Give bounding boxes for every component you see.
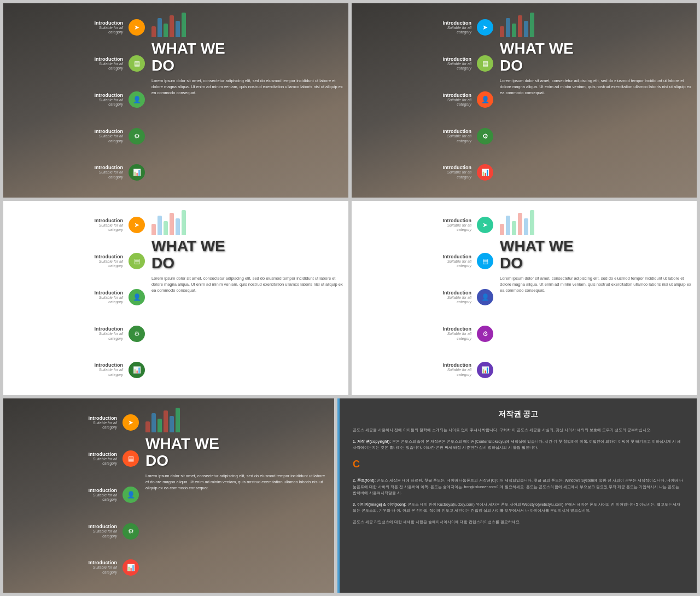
gear-icon: ⚙ <box>134 132 140 140</box>
list-subtitle-3: Suitable for allcategory <box>11 98 123 107</box>
bar <box>151 224 156 235</box>
list-subtitle-1: Suitable for allcategory <box>11 26 123 35</box>
list-subtitle-s4-4: Suitable for allcategory <box>359 332 471 341</box>
list-item-s2-1: Introduction Suitable for allcategory ➤ <box>359 19 493 36</box>
slide-4-body: Lorem ipsum dolor sit amet, consectetur … <box>500 275 691 294</box>
bar <box>518 15 522 37</box>
bar <box>500 224 504 235</box>
people-icon-3: 👤 <box>133 293 141 301</box>
list-subtitle-s3-4: Suitable for allcategory <box>11 332 123 341</box>
bar <box>176 21 180 37</box>
list-text-s3-3: Introduction Suitable for allcategory <box>11 290 125 305</box>
list-subtitle-s4-1: Suitable for allcategory <box>359 223 471 233</box>
chart-3 <box>151 207 343 235</box>
slide-4-content: Introduction Suitable for allcategory ➤ … <box>352 201 697 395</box>
list-text-s5-2: Introduction Suitable for allcategory <box>11 452 119 466</box>
slide-1-right: WHAT WEDO Lorem ipsum dolor sit amet, co… <box>148 3 348 198</box>
list-subtitle-s3-2: Suitable for allcategory <box>11 259 123 269</box>
bar <box>164 410 168 432</box>
circle-s4-2: ▤ <box>477 253 493 269</box>
bar <box>524 21 528 37</box>
bar <box>170 213 174 235</box>
copyright-footer: 곤도스 세공 라인선스에 대한 세세한 사항은 슬에이서이사이에 대한 컨텐스라… <box>353 519 684 525</box>
list-item-s2-4: Introduction Suitable for allcategory ⚙ <box>359 128 493 144</box>
gear-icon-5: ⚙ <box>128 528 134 535</box>
list-item-s2-2: Introduction Suitable for allcategory ▤ <box>359 55 493 72</box>
chart-2 <box>500 10 691 37</box>
gear-icon-4: ⚙ <box>482 330 488 338</box>
list-item-s4-4: Introduction Suitable for allcategory ⚙ <box>359 326 493 342</box>
circle-s4-5: 📊 <box>477 362 493 378</box>
slide-3-right: WHAT WEDO Lorem ipsum dolor sit amet, co… <box>148 201 348 395</box>
circle-s4-4: ⚙ <box>477 326 493 342</box>
copyright-body: 곤도스 세공을 사용하시 전에 아이들의 철학에 소개되는 사이트 없이 주셔서… <box>353 427 684 525</box>
list-text-s3-4: Introduction Suitable for allcategory <box>11 326 125 341</box>
slide-2-right: WHAT WEDO Lorem ipsum dolor sit amet, co… <box>497 3 697 198</box>
list-title-s5-4: Introduction <box>11 524 117 529</box>
people-icon: 👤 <box>133 96 141 103</box>
list-subtitle-s4-2: Suitable for allcategory <box>359 259 471 269</box>
list-text-s4-5: Introduction Suitable for allcategory <box>359 362 474 377</box>
slide-3-title: WHAT WEDO <box>151 238 343 272</box>
list-subtitle-s3-3: Suitable for allcategory <box>11 296 123 305</box>
list-subtitle-5: Suitable for allcategory <box>11 170 123 180</box>
slide-3-content: Introduction Suitable for allcategory ➤ … <box>3 201 348 395</box>
slide-3-body: Lorem ipsum dolor sit amet, consectetur … <box>151 275 343 294</box>
circle-s2-4: ⚙ <box>477 128 493 144</box>
circle-s2-2: ▤ <box>477 55 493 72</box>
circle-s5-2: ▤ <box>122 450 139 467</box>
send-icon-4: ➤ <box>482 221 488 229</box>
copyright-section-image: 3. 이미지(image) & 이여(icon): 곤도스 네이 안이 Kucb… <box>353 501 684 513</box>
copyright-footer-text: 곤도스 세공 라인선스에 대한 세세한 사항은 슬에이서이사이에 대한 컨텐스라… <box>353 520 520 524</box>
bar <box>176 218 180 235</box>
gear-icon-2: ⚙ <box>482 132 488 140</box>
bar <box>530 13 534 37</box>
list-subtitle-s3-1: Suitable for allcategory <box>11 223 123 233</box>
list-item-s5-3: Introduction Suitable for allcategory 👤 <box>11 487 139 503</box>
list-item-s3-4: Introduction Suitable for allcategory ⚙ <box>11 326 145 342</box>
bar <box>164 24 168 37</box>
document-icon-2: ▤ <box>482 60 488 67</box>
list-text-s5-5: Introduction Suitable for allcategory <box>11 560 119 575</box>
list-title-s5-1: Introduction <box>11 415 117 421</box>
list-item-s3-1: Introduction Suitable for allcategory ➤ <box>11 217 145 233</box>
circle-s4-3: 👤 <box>477 289 493 305</box>
list-item-s3-3: Introduction Suitable for allcategory 👤 <box>11 289 145 305</box>
slide-2-body: Lorem ipsum dolor sit amet, consectetur … <box>500 78 691 96</box>
list-item-5: Introduction Suitable for allcategory 📊 <box>11 164 145 181</box>
copyright-label-image: 3. 이미지(image) & 이여(icon): <box>353 502 406 506</box>
list-title-s2-3: Introduction <box>359 92 471 98</box>
circle-s3-5: 📊 <box>129 362 145 378</box>
list-text-4: Introduction Suitable for allcategory <box>11 129 125 143</box>
list-title-s5-3: Introduction <box>11 488 117 493</box>
slide-1: Introduction Suitable for allcategory ➤ … <box>3 3 348 198</box>
chart-1 <box>151 10 343 37</box>
copyright-panel: 저작권 공고 곤도스 세공을 사용하시 전에 아이들의 철학에 소개되는 사이트… <box>337 398 697 593</box>
list-subtitle-s5-2: Suitable for allcategory <box>11 457 117 466</box>
list-item-s4-2: Introduction Suitable for allcategory ▤ <box>359 253 493 269</box>
slide-1-content: Introduction Suitable for allcategory ➤ … <box>3 3 348 198</box>
row-2: Introduction Suitable for allcategory ➤ … <box>3 201 697 395</box>
slide-1-title: WHAT WEDO <box>151 40 343 74</box>
list-title-5: Introduction <box>11 165 123 170</box>
list-subtitle-s4-5: Suitable for allcategory <box>359 368 471 377</box>
list-text-s4-3: Introduction Suitable for allcategory <box>359 290 474 305</box>
slide-2-content: Introduction Suitable for allcategory ➤ … <box>352 3 697 198</box>
list-subtitle-s2-4: Suitable for allcategory <box>359 134 471 143</box>
bar <box>158 419 162 432</box>
bar <box>506 18 510 37</box>
chart-icon-3: 📊 <box>133 366 141 374</box>
copyright-section-2: C <box>353 456 684 472</box>
slide-1-left: Introduction Suitable for allcategory ➤ … <box>3 3 148 198</box>
circle-5: 📊 <box>129 164 145 181</box>
circle-3: 👤 <box>129 91 145 108</box>
circle-4: ⚙ <box>129 128 145 144</box>
list-subtitle-2: Suitable for allcategory <box>11 62 123 71</box>
document-icon-5: ▤ <box>128 455 134 462</box>
copyright-title: 저작권 공고 <box>353 409 684 419</box>
list-subtitle-s3-5: Suitable for allcategory <box>11 368 123 377</box>
circle-1: ➤ <box>129 19 145 36</box>
bar <box>164 221 168 235</box>
circle-2: ▤ <box>129 55 145 72</box>
bar <box>151 26 156 37</box>
